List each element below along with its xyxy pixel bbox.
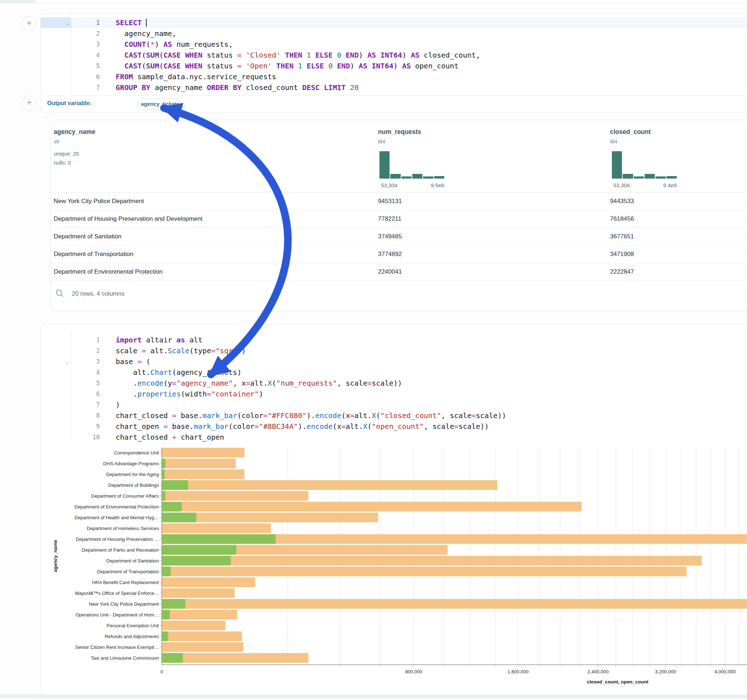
y-axis-label: Department of Health and Mental Hyg… <box>74 515 159 520</box>
closed-count-bar <box>162 632 242 641</box>
output-variable-pill[interactable]: agency_tickets <box>137 99 181 110</box>
text-cursor <box>146 19 147 27</box>
closed-count-bar <box>162 653 308 663</box>
code-line[interactable]: chart_closed + chart_open <box>116 432 224 442</box>
closed-count-bar <box>162 599 747 609</box>
bar-chart[interactable]: Correspondence UnitDHS Advantage Program… <box>41 442 747 691</box>
closed-count-bar <box>162 523 271 533</box>
closed-count-bar <box>162 610 237 620</box>
open-count-bar <box>162 653 183 663</box>
code-line[interactable]: base = ( <box>116 356 150 367</box>
y-axis-label: Department of Transportation <box>97 569 159 574</box>
next-cell-card-fragment <box>34 698 747 700</box>
code-line[interactable]: .encode(y="agency_name", x=alt.X("num_re… <box>116 378 402 389</box>
code-line[interactable]: import altair as alt <box>116 335 203 345</box>
x-axis-label: 0 <box>160 669 163 674</box>
x-axis-label: 2,400,000 <box>587 669 609 674</box>
open-count-bar <box>162 599 185 609</box>
code-line[interactable]: .properties(width="container") <box>116 389 263 399</box>
y-axis-label: HRA Benefit Card Replacement <box>92 580 159 585</box>
code-line[interactable]: scale = alt.Scale(type="sqrt") <box>116 345 246 356</box>
closed-count-bar <box>162 556 702 566</box>
x-axis-title: closed_count, open_count <box>587 679 649 685</box>
line-number: 7 <box>81 82 100 93</box>
code-line[interactable]: ) <box>116 399 120 410</box>
add-cell-button[interactable]: + <box>22 16 36 31</box>
output-variable-bar: Output variable: agency_tickets <box>41 95 747 113</box>
open-count-bar <box>162 502 181 512</box>
line-number: 6 <box>81 71 100 82</box>
y-axis-label: Department of Buildings <box>108 483 159 488</box>
closed-count-bar <box>162 448 244 458</box>
code-line[interactable]: COUNT(*) AS num_requests, <box>116 39 233 50</box>
y-axis-label: Department of Consumer Affairs <box>91 493 159 499</box>
line-number: 10 <box>81 432 100 442</box>
open-count-bar <box>162 610 170 620</box>
line-number: 8 <box>81 410 100 421</box>
y-axis-label: Department of Environmental Protection <box>74 504 159 510</box>
x-axis-label: 4,000,000 <box>715 669 736 674</box>
open-count-bar <box>162 491 165 501</box>
code-line[interactable]: CAST(SUM(CASE WHEN status = 'Open' THEN … <box>116 60 458 71</box>
code-line[interactable]: FROM sample_data.nyc.service_requests <box>116 71 277 82</box>
code-line[interactable]: chart_closed = base.mark_bar(color="#FFC… <box>116 410 506 421</box>
column-type: i64 <box>610 138 617 144</box>
result-table-card: agency_namestrunique: 20nulls: 0num_requ… <box>50 120 747 311</box>
column-header[interactable]: closed_count <box>610 128 651 136</box>
code-line[interactable]: chart_open = base.mark_bar(color="#8BC34… <box>116 421 489 432</box>
fold-chevron-icon[interactable]: ⌄ <box>65 357 71 368</box>
closed-count-bar <box>162 643 243 652</box>
gutter-separator <box>71 14 71 95</box>
closed-count-bar <box>162 567 687 576</box>
line-number: 4 <box>81 367 100 378</box>
line-number: 3 <box>81 39 100 50</box>
line-number: 2 <box>81 345 100 356</box>
y-axis-label: Mayorâ€™s Office of Special Enforce… <box>75 591 159 596</box>
y-axis-label: Personal Exemption Unit <box>107 623 159 628</box>
code-line[interactable]: alt.Chart(agency_tickets) <box>116 367 242 378</box>
column-histogram <box>380 151 444 179</box>
closed-count-bar <box>162 491 308 501</box>
column-header[interactable]: num_requests <box>378 128 421 136</box>
y-axis-label: Correspondence Unit <box>114 450 159 456</box>
closed-count-bar <box>162 469 244 479</box>
line-number: 5 <box>81 378 100 389</box>
column-type: i64 <box>378 138 385 144</box>
line-number: 7 <box>81 399 100 410</box>
y-axis-label: Senior Citizen Rent Increase Exempti… <box>75 644 159 650</box>
y-axis-label: Department of Parks and Recreation <box>82 547 159 553</box>
closed-count-bar <box>162 588 234 598</box>
column-stat: unique: 20 <box>54 151 79 157</box>
line-number: 9 <box>81 421 100 432</box>
line-number: 1 <box>81 17 100 28</box>
y-axis-label: Department of Sanitation <box>106 558 159 564</box>
sql-cell-card: 1⌄SELECT 2 agency_name,3 COUNT(*) AS num… <box>40 14 747 113</box>
search-icon[interactable] <box>55 289 65 298</box>
open-count-bar <box>162 480 188 490</box>
code-line[interactable]: agency_name, <box>116 28 177 39</box>
closed-count-bar <box>162 621 225 631</box>
y-axis-label: Taxi and Limousine Commission <box>91 655 159 661</box>
fold-chevron-icon[interactable]: ⌄ <box>65 18 71 29</box>
y-axis-label: Department of Housing Preservation … <box>76 537 159 542</box>
python-cell-card: 1import altair as alt2scale = alt.Scale(… <box>40 324 747 695</box>
open-count-bar <box>162 513 197 522</box>
closed-count-bar <box>162 502 582 512</box>
open-count-bar <box>162 469 165 479</box>
column-type: str <box>54 138 60 144</box>
line-number: 2 <box>81 28 100 39</box>
x-axis-label: 3,200,000 <box>655 669 676 674</box>
code-line[interactable]: CAST(SUM(CASE WHEN status = 'Closed' THE… <box>116 50 480 60</box>
column-header[interactable]: agency_name <box>54 128 95 136</box>
closed-count-bar <box>162 578 255 587</box>
row-count-label: 20 rows, 4 columns <box>72 290 124 297</box>
y-axis-label: Operations Unit - Department of Hom… <box>75 612 159 617</box>
line-number: 4 <box>81 50 100 60</box>
y-axis-label: Department for the Aging <box>106 472 159 477</box>
line-number: 5 <box>81 60 100 71</box>
code-line[interactable]: SELECT <box>116 17 147 28</box>
add-cell-button[interactable]: + <box>22 96 36 110</box>
y-axis-label: New York City Police Department <box>89 601 159 607</box>
code-line[interactable]: GROUP BY agency_name ORDER BY closed_cou… <box>116 82 358 93</box>
open-count-bar <box>162 556 231 566</box>
